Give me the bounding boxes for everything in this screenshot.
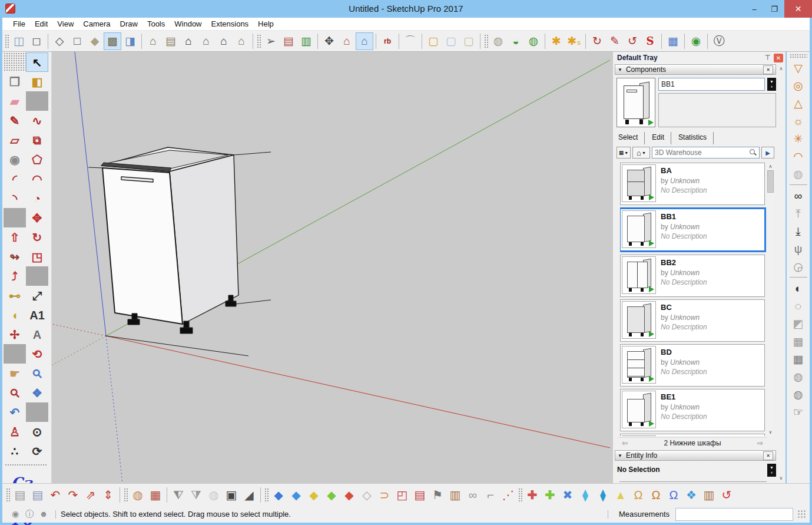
component-attributes-icon[interactable]: ▥ [297,32,315,50]
view-options-button[interactable]: ▦ ▼ [617,147,631,159]
position-camera-tool[interactable]: ♙ [4,422,26,441]
hidden-line-icon[interactable]: □ [68,32,86,50]
scroll-up-icon[interactable]: ∧ [777,65,785,72]
close-button[interactable]: ✕ [784,0,812,18]
component-item[interactable]: BA by Unknown No Description [620,163,765,205]
vray-rect-light-icon[interactable]: ▽ [789,59,808,77]
lines-square-icon[interactable]: ▤ [411,486,429,504]
line-tool[interactable]: ✎ [4,111,26,130]
texture-rotate-left-icon[interactable]: ↶ [47,486,64,504]
search-icon[interactable] [749,148,757,157]
vray-sphere-icon[interactable]: ◍ [789,165,808,183]
view-back-icon[interactable]: ⌂ [215,32,233,50]
vray-split-material-icon[interactable]: ◩ [789,315,808,332]
crate-icon[interactable]: ▥ [700,486,718,504]
vray-dome-light-icon[interactable]: ◠ [789,147,808,165]
droplet-hash-icon[interactable]: ⧫ [594,486,612,504]
wireframe-icon[interactable]: ◇ [51,32,68,50]
loop-tool-icon[interactable]: ◒ [507,32,525,50]
layer-red-icon[interactable]: ◆ [340,486,358,504]
red-cross-icon[interactable]: ✚ [523,486,541,504]
make-component-tool[interactable]: ❒ [4,72,26,91]
search-input[interactable] [652,148,749,157]
vray-spot-light-icon[interactable]: △ [789,94,808,112]
compass-move-icon[interactable]: ❖ [682,486,700,504]
menu-item[interactable]: Window [170,18,206,30]
freehand-tool[interactable]: ∿ [26,111,48,130]
horseshoe-blue-icon[interactable]: Ω [665,486,682,504]
menu-item[interactable]: View [52,18,78,30]
view-front-icon[interactable]: ⌂ [180,32,197,50]
vray-checker-cube-icon[interactable]: ▦ [789,332,808,350]
flag-icon[interactable]: ⚑ [429,486,446,504]
display-section-cuts-icon[interactable]: ⌂ [356,32,373,50]
scroll-down-icon[interactable]: ∨ [777,474,785,482]
plane-target-icon[interactable]: ▣ [223,486,240,504]
green-cross-icon[interactable]: ✚ [541,486,559,504]
text-tool[interactable]: A1 [26,305,48,325]
component-options-icon[interactable]: ▤ [280,32,297,50]
menu-item[interactable]: File [8,18,30,30]
vray-export-proxy-icon[interactable]: ⤒ [789,204,808,222]
circle-tool[interactable]: ◉ [4,150,26,169]
display-section-planes-icon[interactable]: ⌂ [338,32,356,50]
refresh-model-icon[interactable]: ↻ [588,32,606,50]
maximize-button[interactable]: ❐ [764,0,784,18]
select-tool[interactable]: ↖ [26,52,48,72]
components-tab[interactable]: Statistics [677,132,714,143]
shell-tool-icon[interactable]: ◍ [489,32,507,50]
fold-plane-icon[interactable]: ⧩ [187,486,205,504]
pin-icon[interactable]: ⊤ [765,54,771,62]
polyline-icon[interactable]: ⋰ [499,486,517,504]
layer-yellow-icon[interactable]: ◆ [305,486,323,504]
zoom-window-tool[interactable]: ⚲ [4,383,26,402]
horseshoe-x-icon[interactable]: Ω [647,486,665,504]
3d-text-tool[interactable]: A [26,325,48,344]
components-tab[interactable]: Select [617,132,645,143]
zoom-extents-tool[interactable]: ❖ [26,383,48,402]
collapse-icon[interactable]: ▼ [618,453,622,458]
vray-logo-icon[interactable]: Ⓥ [710,32,728,50]
grid-cube-icon[interactable]: ▦ [664,32,682,50]
vray-pick-object-icon[interactable]: ☞ [789,403,808,421]
polygon-tool[interactable]: ⬠ [26,150,48,169]
tape-measure-tool[interactable]: ⊷ [4,286,26,305]
menu-item[interactable]: Extensions [207,18,254,30]
viewport-canvas[interactable] [52,52,612,483]
tray-close-button[interactable]: ✕ [774,54,783,62]
vray-import-proxy-icon[interactable]: ⤓ [789,222,808,240]
scroll-up-icon[interactable]: ∧ [767,163,774,170]
texture-move-icon[interactable]: ⇗ [82,486,100,504]
move-tool[interactable]: ✥ [26,208,48,227]
menu-item[interactable]: Camera [78,18,115,30]
vray-fur-icon[interactable]: ψ [789,240,808,257]
three-point-arc-tool[interactable]: ◝ [4,189,26,208]
vray-ies-light-icon[interactable]: ☼ [789,112,808,130]
nav-back-icon[interactable]: ⇦ [618,439,631,447]
component-item[interactable]: BE1 by Unknown No Description [620,389,765,431]
pan-tool[interactable]: ☛ [4,364,26,383]
nav-forward-icon[interactable]: ⇨ [754,439,767,447]
3d-viewport[interactable] [52,52,612,483]
refresh-component-icon[interactable]: ↺ [624,32,641,50]
edit-note-icon[interactable]: ✎ [606,32,624,50]
look-around-tool[interactable]: ⊙ [26,422,48,441]
ruby-console-icon[interactable]: rb [379,32,396,50]
protractor-tool[interactable]: ◖ [4,305,26,325]
eraser-tool[interactable]: ▰ [4,91,26,111]
links-icon[interactable]: ∞ [464,486,482,504]
mesh-sphere-icon[interactable]: ◍ [525,32,542,50]
vray-sphere-material-icon[interactable]: ◐ [789,279,808,297]
bevel-corner-icon[interactable]: ▢ [460,32,478,50]
rotate-tool[interactable]: ↻ [26,227,48,247]
section-plane-icon[interactable]: ✥ [320,32,338,50]
compass-tool[interactable]: ⟳ [26,441,48,461]
view-right-icon[interactable]: ⌂ [197,32,215,50]
monochrome-icon[interactable]: ◨ [121,32,139,50]
component-name-input[interactable] [658,78,765,91]
sharp-corner-icon[interactable]: ▢ [442,32,460,50]
texture-sheet-edge-icon[interactable]: ▤ [29,486,47,504]
orbit-tool[interactable]: ⟲ [26,344,48,364]
vray-checker-sphere2-icon[interactable]: ◍ [789,385,808,403]
scroll-down-icon[interactable]: ∨ [767,428,774,436]
